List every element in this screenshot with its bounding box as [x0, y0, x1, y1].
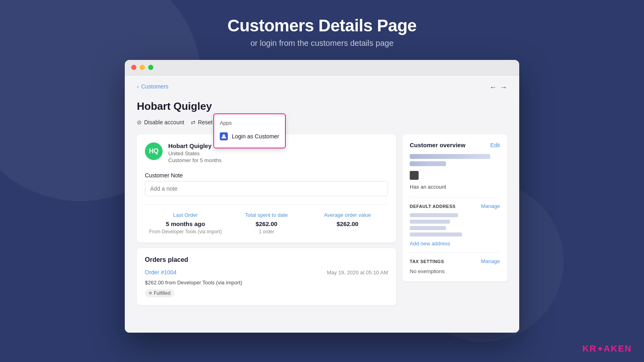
window-close-btn[interactable]: [131, 65, 136, 70]
browser-chrome: [125, 60, 519, 75]
page-content: ‹ Customers ← → Hobart Quigley ⊘ Disable…: [125, 75, 519, 333]
right-panel: Customer overview Edit Has an account DE…: [402, 134, 507, 282]
customer-country: United States: [168, 150, 221, 156]
stats-row: Last Order 5 months ago From Developer T…: [145, 204, 388, 234]
manage-address-link[interactable]: Manage: [481, 203, 500, 209]
nav-forward-arrow[interactable]: →: [500, 83, 507, 92]
hero-section: Customers Details Page or login from the…: [0, 0, 644, 60]
disable-icon: ⊘: [137, 119, 142, 125]
window-minimize-btn[interactable]: [140, 65, 145, 70]
fulfilled-badge: Fulfilled: [145, 289, 174, 297]
manage-tax-link[interactable]: Manage: [481, 258, 500, 264]
disable-account-label: Disable account: [144, 119, 184, 125]
addr-line2: [410, 220, 450, 224]
login-as-customer-item[interactable]: Login as Customer: [214, 129, 285, 144]
overview-card: Customer overview Edit Has an account DE…: [402, 134, 507, 282]
address-section-title: DEFAULT ADDRESS: [410, 204, 456, 209]
total-spent-stat: Total spent to date $262.00 1 order: [226, 212, 307, 234]
blurred-email: [410, 154, 490, 159]
overview-title: Customer overview: [410, 142, 465, 148]
add-address-link[interactable]: Add new address: [410, 241, 500, 247]
orders-card: Orders placed Order #1004 May 19, 2020 a…: [137, 248, 396, 305]
breadcrumb-label[interactable]: Customers: [141, 83, 169, 90]
nav-back-arrow[interactable]: ←: [489, 83, 497, 92]
badge-label: Fulfilled: [154, 290, 170, 296]
tax-section-title: TAX SETTINGS: [410, 259, 444, 264]
last-order-label[interactable]: Last Order: [145, 212, 226, 218]
no-exemptions-label: No exemptions: [410, 268, 500, 274]
total-spent-value: $262.00: [226, 220, 307, 227]
edit-link[interactable]: Edit: [490, 142, 500, 148]
browser-window: ‹ Customers ← → Hobart Quigley ⊘ Disable…: [125, 60, 519, 333]
order-amount: $262.00 from Developer Tools (via import…: [145, 280, 388, 286]
dropdown-menu: Apps Login as Customer: [213, 113, 286, 148]
kraken-logo: KR✦AKEN: [582, 343, 632, 354]
nav-arrows: ← →: [489, 83, 507, 92]
avg-order-stat: Average order value $262.00: [307, 212, 388, 234]
customer-card: HQ Hobart Quigley United States Customer…: [137, 134, 396, 243]
addr-line3: [410, 226, 446, 230]
orders-title: Orders placed: [145, 256, 388, 263]
address-section-header: DEFAULT ADDRESS Manage: [410, 203, 500, 209]
has-account-label: Has an account: [410, 184, 500, 190]
page-title: Hobart Quigley: [137, 100, 507, 113]
addr-line4: [410, 232, 462, 237]
left-panel: HQ Hobart Quigley United States Customer…: [137, 134, 396, 305]
divider2: [410, 252, 500, 253]
reset-icon: ⇄: [191, 119, 196, 125]
order-date: May 19, 2020 at 05:10 AM: [327, 269, 388, 276]
note-input[interactable]: [145, 181, 388, 196]
breadcrumb-arrow: ‹: [137, 83, 139, 90]
tax-section-header: TAX SETTINGS Manage: [410, 258, 500, 264]
note-label: Customer Note: [145, 172, 388, 179]
disable-account-button[interactable]: ⊘ Disable account: [137, 117, 184, 127]
order-link[interactable]: Order #1004: [145, 269, 177, 276]
action-bar: ⊘ Disable account ⇄ Reset password More …: [137, 117, 507, 127]
window-maximize-btn[interactable]: [148, 65, 153, 70]
avg-order-value: $262.00: [307, 220, 388, 227]
total-spent-label: Total spent to date: [226, 212, 307, 218]
avatar: HQ: [145, 142, 163, 160]
addr-line1: [410, 213, 458, 217]
account-icon: [410, 171, 419, 180]
badge-dot: [149, 292, 152, 294]
login-as-customer-label: Login as Customer: [232, 133, 279, 140]
hero-subtitle: or login from the customers details page: [0, 39, 644, 48]
blurred-email2: [410, 161, 446, 166]
page-header: ‹ Customers ← →: [137, 83, 507, 95]
hero-title: Customers Details Page: [0, 16, 644, 35]
login-as-customer-icon: [220, 132, 228, 140]
total-spent-sub: 1 order: [226, 229, 307, 234]
last-order-stat: Last Order 5 months ago From Developer T…: [145, 212, 226, 234]
customer-duration: Customer for 5 months: [168, 157, 221, 163]
main-layout: HQ Hobart Quigley United States Customer…: [137, 134, 507, 305]
last-order-sub: From Developer Tools (via import): [145, 229, 226, 234]
dropdown-section-label: Apps: [214, 118, 285, 129]
overview-header: Customer overview Edit: [410, 142, 500, 148]
divider1: [410, 197, 500, 197]
note-section: Customer Note: [145, 172, 388, 196]
breadcrumb: ‹ Customers: [137, 83, 168, 90]
order-row: Order #1004 May 19, 2020 at 05:10 AM: [145, 269, 388, 276]
last-order-value: 5 months ago: [145, 220, 226, 227]
avg-order-label: Average order value: [307, 212, 388, 218]
